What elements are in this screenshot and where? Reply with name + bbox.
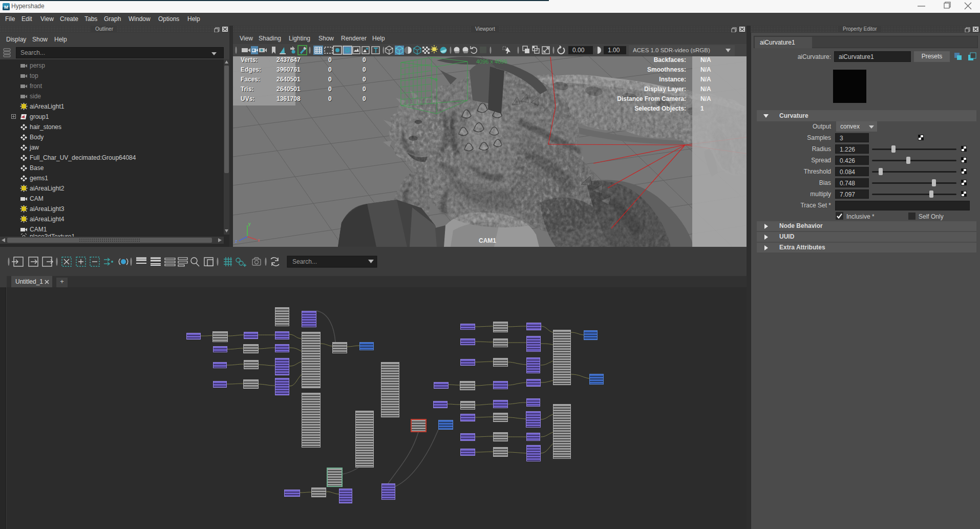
svg-text:3960761: 3960761: [276, 66, 301, 73]
svg-text:0: 0: [363, 95, 366, 102]
svg-text:Search...: Search...: [292, 258, 317, 265]
svg-text:0: 0: [328, 86, 332, 93]
svg-text:N/A: N/A: [700, 76, 711, 83]
svg-text:1361708: 1361708: [276, 95, 301, 102]
svg-text:0: 0: [363, 86, 366, 93]
svg-text:z: z: [235, 239, 238, 244]
svg-text:0: 0: [328, 66, 332, 73]
svg-text:1: 1: [700, 105, 704, 112]
svg-text:0: 0: [328, 76, 332, 83]
svg-text:2437647: 2437647: [276, 56, 301, 64]
svg-text:0: 0: [328, 95, 332, 102]
svg-text:Selected Objects:: Selected Objects:: [634, 105, 686, 112]
svg-text:Instance:: Instance:: [659, 76, 686, 83]
svg-text:2640501: 2640501: [276, 76, 301, 83]
svg-text:UVs:: UVs:: [241, 95, 254, 102]
svg-text:Verts:: Verts:: [241, 56, 258, 64]
svg-text:0: 0: [363, 66, 366, 73]
svg-text:x: x: [258, 238, 260, 243]
svg-text:M: M: [4, 4, 8, 10]
svg-text:ACES 1.0 SDR-video (sRGB): ACES 1.0 SDR-video (sRGB): [633, 47, 710, 53]
svg-text:1.00: 1.00: [608, 47, 620, 54]
svg-text:N/A: N/A: [700, 56, 711, 64]
svg-text:Edges:: Edges:: [241, 66, 261, 73]
svg-text:Smoothness:: Smoothness:: [647, 66, 686, 73]
svg-text:CAM1: CAM1: [479, 237, 496, 244]
svg-text:0.00: 0.00: [572, 47, 585, 54]
svg-text:Backfaces:: Backfaces:: [654, 56, 686, 64]
svg-text:0: 0: [363, 56, 366, 64]
svg-text:N/A: N/A: [700, 86, 711, 93]
svg-text:0: 0: [363, 76, 366, 83]
svg-text:0: 0: [328, 56, 332, 64]
svg-text:Faces:: Faces:: [241, 76, 260, 83]
svg-text:Display Layer:: Display Layer:: [644, 86, 686, 93]
svg-text:Tris:: Tris:: [241, 86, 253, 93]
svg-text:4096 x 4096: 4096 x 4096: [476, 58, 507, 65]
svg-text:y: y: [248, 221, 251, 226]
svg-text:N/A: N/A: [700, 66, 711, 73]
svg-text:N/A: N/A: [700, 95, 711, 102]
svg-text:Distance From Camera:: Distance From Camera:: [617, 95, 686, 102]
svg-text:2640501: 2640501: [276, 86, 301, 93]
